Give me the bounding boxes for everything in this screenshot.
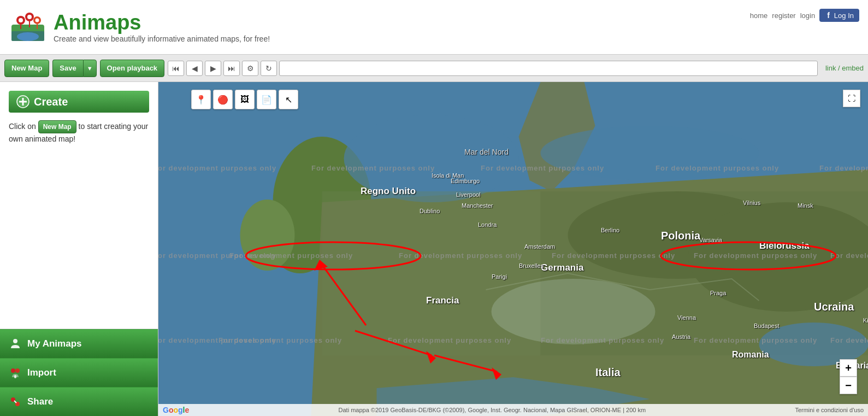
fast-forward-icon: ⏭ [228,64,235,73]
app-header: Animaps Create and view beautifully info… [0,0,868,55]
text-icon: 📄 [261,95,272,105]
rewind-icon: ◀ [192,64,198,73]
svg-rect-11 [19,101,27,103]
sidebar-item-share[interactable]: Share [0,387,158,416]
map-toolbar: 📍 🔴 🖼 📄 ↖ [191,90,298,109]
create-description: Click on New Map to start creating your … [9,120,149,145]
my-animaps-label: My Animaps [27,338,82,349]
save-dropdown-button[interactable]: ▼ [83,60,97,77]
person-icon [9,337,22,350]
rewind-start-button[interactable]: ⏮ [168,61,184,76]
create-header-label: Create [34,96,68,108]
logo-text-area: Animaps Create and view beautifully info… [54,11,270,43]
fullscreen-icon: ⛶ [848,94,855,103]
main-layout: Create Click on New Map to start creatin… [0,82,868,416]
forward-button[interactable]: ▶ [205,61,221,76]
cursor-tool-button[interactable]: ↖ [279,90,298,109]
refresh-icon: ↻ [265,64,272,73]
area-tool-button[interactable]: 🖼 [235,90,255,109]
marker-icon: 🔴 [217,95,228,105]
svg-point-8 [36,18,39,22]
rewind-button[interactable]: ◀ [186,61,203,76]
google-logo: Google [163,406,189,414]
map-attribution: Dati mappa ©2019 GeoBasis-DE/BKG (©2009)… [339,407,646,413]
save-label: Save [60,64,76,72]
refresh-button[interactable]: ↻ [261,61,277,76]
map-svg [158,82,868,416]
sidebar-item-import[interactable]: Import [0,358,158,387]
area-icon: 🖼 [240,95,249,104]
pin-tool-button[interactable]: 📍 [191,90,211,109]
facebook-login-button[interactable]: f Log In [819,9,859,22]
zoom-out-icon: − [845,379,852,392]
open-playback-button[interactable]: Open playback [100,60,164,77]
zoom-in-icon: + [845,362,852,374]
settings-button[interactable]: ⚙ [242,61,258,76]
svg-point-4 [19,18,23,22]
map-background: 📍 🔴 🖼 📄 ↖ For development purposes only [158,82,868,416]
fast-forward-button[interactable]: ⏭ [223,61,240,76]
marker-tool-button[interactable]: 🔴 [213,90,233,109]
svg-point-13 [11,368,15,373]
app-title: Animaps [54,11,270,34]
share-label: Share [27,396,53,407]
home-link[interactable]: home [750,11,768,20]
plus-circle-icon [16,95,29,108]
sidebar-item-my-animaps[interactable]: My Animaps [0,329,158,358]
zoom-in-button[interactable]: + [840,359,857,377]
create-inline-new-map-btn[interactable]: New Map [38,120,76,133]
app-subtitle: Create and view beautifully informative … [54,34,270,43]
create-section: Create Click on New Map to start creatin… [0,82,158,329]
svg-point-12 [13,339,17,343]
header-nav: home register login f Log In [750,9,859,22]
forward-icon: ▶ [210,64,216,73]
fullscreen-button[interactable]: ⛶ [843,90,860,107]
import-icon [9,366,22,379]
rewind-start-icon: ⏮ [172,64,180,73]
svg-rect-27 [322,191,541,355]
register-link[interactable]: register [772,11,795,20]
svg-point-26 [541,126,759,180]
map-footer: Google Dati mappa ©2019 GeoBasis-DE/BKG … [158,404,868,416]
open-playback-label: Open playback [107,64,157,72]
svg-point-21 [240,200,295,271]
logo-icon [9,8,47,46]
svg-point-2 [17,32,39,41]
terms-link[interactable]: Termini e condizioni d'uso [795,407,864,413]
map-container[interactable]: 📍 🔴 🖼 📄 ↖ For development purposes only [158,82,868,416]
zoom-out-button[interactable]: − [840,377,857,394]
playback-bar: ⏮ ◀ ▶ ⏭ ⚙ ↻ [168,61,818,76]
svg-point-14 [15,368,20,373]
pin-icon: 📍 [196,95,206,105]
facebook-icon: f [825,11,832,20]
create-section-header: Create [9,91,149,113]
import-label: Import [27,367,56,378]
chevron-down-icon: ▼ [87,65,93,72]
new-map-label: New Map [11,64,42,72]
settings-icon: ⚙ [247,64,254,73]
save-button[interactable]: Save [52,60,82,77]
save-button-group: Save ▼ [52,60,96,77]
share-icon [9,395,22,408]
svg-point-6 [27,15,32,19]
text-tool-button[interactable]: 📄 [257,90,276,109]
playback-progress-bar[interactable] [279,61,818,76]
login-link[interactable]: login [800,11,815,20]
link-embed-link[interactable]: link / embed [825,64,864,72]
svg-point-25 [344,115,519,202]
cursor-icon: ↖ [285,95,292,105]
create-desc-part1: Click on [9,122,36,131]
fb-login-label: Log In [834,11,854,20]
new-map-button[interactable]: New Map [4,60,49,77]
zoom-controls: + − [840,359,857,394]
toolbar: New Map Save ▼ Open playback ⏮ ◀ ▶ ⏭ ⚙ ↻ [0,55,868,82]
logo-area: Animaps Create and view beautifully info… [9,8,270,46]
sidebar: Create Click on New Map to start creatin… [0,82,158,416]
